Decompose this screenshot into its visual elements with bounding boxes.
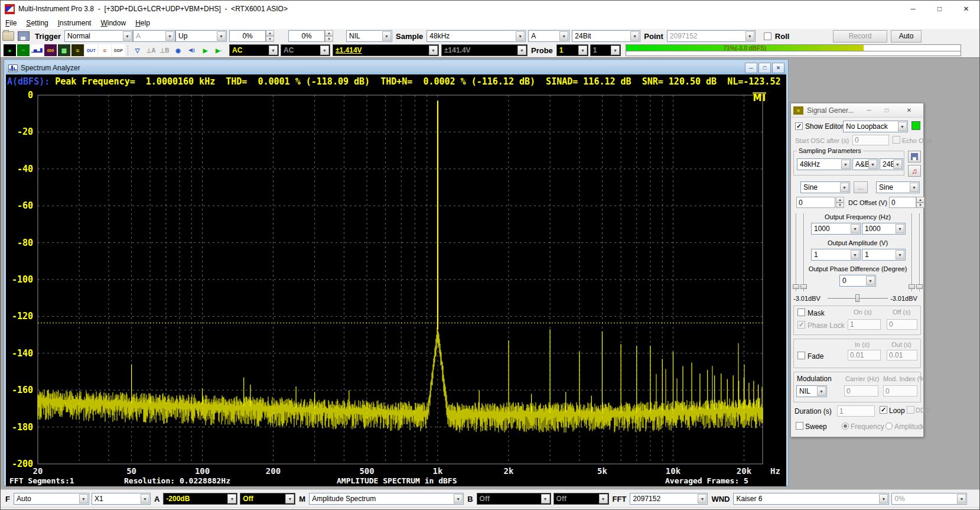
siggen-bits-select[interactable]: 24Bit▼ xyxy=(880,158,903,170)
waveform-b-select[interactable]: Sine▼ xyxy=(876,181,920,193)
balance-slider-thumb[interactable] xyxy=(855,294,859,302)
chevron-down-icon[interactable]: ▼ xyxy=(893,160,902,169)
minimize-button[interactable]: ─ xyxy=(900,1,926,17)
chevron-down-icon[interactable]: ▼ xyxy=(285,494,294,503)
menu-item-file[interactable]: File xyxy=(1,18,21,28)
menu-item-instrument[interactable]: Instrument xyxy=(53,18,96,28)
siggen-minimize-button[interactable]: ─ xyxy=(863,105,875,115)
output-frequency-b-select[interactable]: 1000▼ xyxy=(862,223,906,235)
spin-up-icon[interactable]: ▲ xyxy=(266,30,274,36)
waveform-library-icon[interactable]: ♫ xyxy=(908,165,921,177)
device-test-plan-icon[interactable]: DUT xyxy=(85,44,97,56)
trigger-delay-spinner[interactable]: ▲▼ xyxy=(325,30,333,42)
level-fader-a1[interactable] xyxy=(796,213,797,291)
dc-offset-a-spinner[interactable]: ▲▼ xyxy=(836,197,844,208)
save-file-icon[interactable] xyxy=(18,31,30,41)
trigger-edge-select[interactable]: Up▼ xyxy=(175,30,227,42)
dc-offset-b-spinner[interactable]: ▲▼ xyxy=(916,197,924,208)
fade-checkbox[interactable] xyxy=(797,352,805,359)
siggen-close-button[interactable]: ✕ xyxy=(903,105,915,115)
fft-size-select[interactable]: 2097152▼ xyxy=(630,493,708,505)
spectrum-close-button[interactable]: ✕ xyxy=(772,63,784,73)
coupling-a-select[interactable]: AC▼ xyxy=(229,44,279,56)
calibration-icon[interactable]: ◉ xyxy=(172,44,184,56)
signal-generator-icon[interactable]: ~ xyxy=(17,44,30,56)
maximize-button[interactable]: □ xyxy=(926,1,953,17)
fader-thumb-b2[interactable] xyxy=(916,284,923,289)
chevron-down-icon[interactable]: ▼ xyxy=(957,494,966,503)
output-amplitude-b-select[interactable]: 1▼ xyxy=(862,249,906,261)
chevron-down-icon[interactable]: ▼ xyxy=(745,31,754,41)
chevron-down-icon[interactable]: ▼ xyxy=(382,31,391,41)
fader-thumb-b1[interactable] xyxy=(909,284,915,289)
output-frequency-a-select[interactable]: 1000▼ xyxy=(811,223,861,235)
spectrum-analyzer-icon[interactable]: ▁▅▂▇ xyxy=(31,44,43,56)
open-file-icon[interactable] xyxy=(2,31,14,41)
chevron-down-icon[interactable]: ▼ xyxy=(851,224,859,233)
chevron-down-icon[interactable]: ▼ xyxy=(269,46,278,55)
spectrum-plot[interactable]: 0-20-40-60-80-100-120-140-160-180-200205… xyxy=(6,89,786,476)
sampling-rate-select[interactable]: 48kHz▼ xyxy=(426,30,526,42)
zoom-select[interactable]: X1▼ xyxy=(92,493,151,505)
zero-b-icon[interactable]: ⊥B xyxy=(158,44,171,56)
level-fader-b2[interactable] xyxy=(919,213,920,291)
waveform-a-select[interactable]: Sine▼ xyxy=(800,181,850,193)
auto-button[interactable]: Auto xyxy=(891,30,922,43)
chevron-down-icon[interactable]: ▼ xyxy=(599,494,608,503)
chevron-down-icon[interactable]: ▼ xyxy=(866,276,875,285)
chevron-down-icon[interactable]: ▼ xyxy=(879,494,888,503)
dc-offset-b-input[interactable]: 0 xyxy=(889,197,916,208)
chevron-down-icon[interactable]: ▼ xyxy=(454,494,463,503)
chevron-down-icon[interactable]: ▼ xyxy=(227,494,236,503)
chevron-down-icon[interactable]: ▼ xyxy=(141,494,149,503)
spectrum-3d-plot-icon[interactable]: ▦ xyxy=(58,44,70,56)
save-waveform-button[interactable] xyxy=(908,151,921,163)
chevron-down-icon[interactable]: ▼ xyxy=(578,46,587,55)
run-icon[interactable]: ▶ xyxy=(199,44,211,56)
data-logger-icon[interactable]: ≈ xyxy=(71,44,84,56)
spin-down-icon[interactable]: ▼ xyxy=(916,203,924,209)
chevron-down-icon[interactable]: ▼ xyxy=(840,183,849,192)
chevron-down-icon[interactable]: ▼ xyxy=(79,494,88,503)
range-a-select[interactable]: ±1.414V▼ xyxy=(333,44,439,56)
trigger-mode-select[interactable]: Normal▼ xyxy=(64,30,133,42)
frequency-axis-select[interactable]: Auto▼ xyxy=(14,493,89,505)
ref-a-select[interactable]: Off▼ xyxy=(240,493,295,505)
probe-a-select[interactable]: 1▼ xyxy=(556,44,588,56)
chevron-down-icon[interactable]: ▼ xyxy=(517,46,526,55)
menu-item-window[interactable]: Window xyxy=(96,18,131,28)
chevron-down-icon[interactable]: ▼ xyxy=(910,183,919,192)
chevron-down-icon[interactable]: ▼ xyxy=(541,494,550,503)
sweep-checkbox[interactable] xyxy=(796,422,803,430)
digital-filter-icon[interactable]: ▽ xyxy=(131,44,144,56)
chevron-down-icon[interactable]: ▼ xyxy=(516,31,525,41)
chevron-down-icon[interactable]: ▼ xyxy=(896,224,904,233)
sampling-bits-select[interactable]: 24Bit▼ xyxy=(572,30,640,42)
range-a-display-select[interactable]: -200dB▼ xyxy=(163,493,237,505)
chevron-down-icon[interactable]: ▼ xyxy=(123,31,132,41)
output-phase-select[interactable]: 0▼ xyxy=(839,275,876,287)
loop-checkbox[interactable]: ✓ xyxy=(880,406,887,414)
spectrum-mode-select[interactable]: Amplitude Spectrum▼ xyxy=(309,493,464,505)
chevron-down-icon[interactable]: ▼ xyxy=(429,46,438,55)
spin-up-icon[interactable]: ▲ xyxy=(836,197,844,203)
window-function-select[interactable]: Kaiser 6▼ xyxy=(733,493,889,505)
chevron-down-icon[interactable]: ▼ xyxy=(851,250,859,259)
chevron-down-icon[interactable]: ▼ xyxy=(898,122,907,131)
menu-item-help[interactable]: Help xyxy=(131,18,155,28)
spin-up-icon[interactable]: ▲ xyxy=(325,30,333,36)
zero-a-icon[interactable]: ⊥A xyxy=(145,44,157,56)
chevron-down-icon[interactable]: ▼ xyxy=(630,31,639,41)
roll-checkbox[interactable] xyxy=(764,33,771,40)
siggen-sampling-rate-select[interactable]: 48kHz▼ xyxy=(797,158,851,170)
ddp-viewer-icon[interactable]: DDP xyxy=(112,44,125,56)
sampling-channel-select[interactable]: A▼ xyxy=(528,30,569,42)
chevron-down-icon[interactable]: ▼ xyxy=(320,46,329,55)
spin-down-icon[interactable]: ▼ xyxy=(266,36,274,42)
chevron-down-icon[interactable]: ▼ xyxy=(559,31,568,41)
chevron-down-icon[interactable]: ▼ xyxy=(698,494,706,503)
run-generator-button[interactable] xyxy=(911,121,920,130)
mask-checkbox[interactable] xyxy=(797,308,805,316)
spin-down-icon[interactable]: ▼ xyxy=(836,203,844,209)
oscilloscope-icon[interactable]: ● xyxy=(4,44,16,56)
